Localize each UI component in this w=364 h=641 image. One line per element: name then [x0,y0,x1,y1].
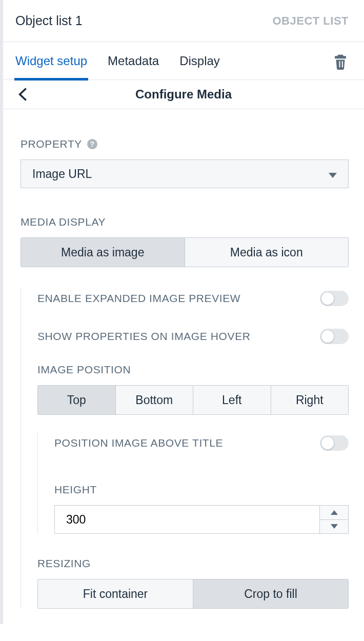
caret-down-icon [329,167,337,181]
resizing-group: Fit container Crop to fill [37,579,349,609]
tab-metadata[interactable]: Metadata [108,42,159,80]
back-button[interactable] [15,87,30,102]
show-hover-properties-toggle[interactable] [320,329,349,344]
height-input[interactable] [54,505,320,534]
enable-expanded-preview-label: ENABLE EXPANDED IMAGE PREVIEW [37,292,240,305]
tab-display[interactable]: Display [179,42,220,80]
image-position-group: Top Bottom Left Right [37,385,349,415]
fit-container-button[interactable]: Fit container [38,579,193,608]
height-step-down[interactable] [320,520,348,534]
position-above-title-toggle[interactable] [320,435,349,451]
height-spinner [320,505,349,534]
panel-header: Object list 1 OBJECT LIST [3,0,364,42]
chevron-down-icon [331,524,338,529]
crop-to-fill-button[interactable]: Crop to fill [193,579,348,608]
height-label: HEIGHT [54,484,349,496]
help-icon[interactable]: ? [87,139,97,149]
media-display-label: MEDIA DISPLAY [21,216,349,228]
media-as-image-button[interactable]: Media as image [21,238,185,267]
position-top-button[interactable]: Top [38,386,115,414]
position-right-button[interactable]: Right [271,386,349,414]
property-select-value: Image URL [32,167,92,181]
height-step-up[interactable] [320,506,348,520]
image-position-label: IMAGE POSITION [37,364,349,376]
delete-button[interactable] [332,52,349,70]
property-select[interactable]: Image URL [21,159,349,188]
subheader: Configure Media [3,80,364,109]
chevron-up-icon [331,510,338,515]
position-bottom-button[interactable]: Bottom [115,386,193,414]
trash-icon [333,52,348,70]
property-label: PROPERTY ? [21,138,349,150]
position-left-button[interactable]: Left [193,386,271,414]
media-display-group: Media as image Media as icon [21,237,349,267]
tab-widget-setup[interactable]: Widget setup [15,42,87,80]
show-hover-properties-label: SHOW PROPERTIES ON IMAGE HOVER [37,330,251,343]
subheader-title: Configure Media [3,87,364,102]
position-above-title-label: POSITION IMAGE ABOVE TITLE [54,437,223,449]
media-as-icon-button[interactable]: Media as icon [185,238,349,267]
panel-type-label: OBJECT LIST [272,14,349,28]
chevron-left-icon [18,88,27,101]
tabs-row: Widget setup Metadata Display [3,42,364,80]
panel-title: Object list 1 [15,13,83,28]
resizing-label: RESIZING [37,557,349,570]
enable-expanded-preview-toggle[interactable] [320,291,349,306]
